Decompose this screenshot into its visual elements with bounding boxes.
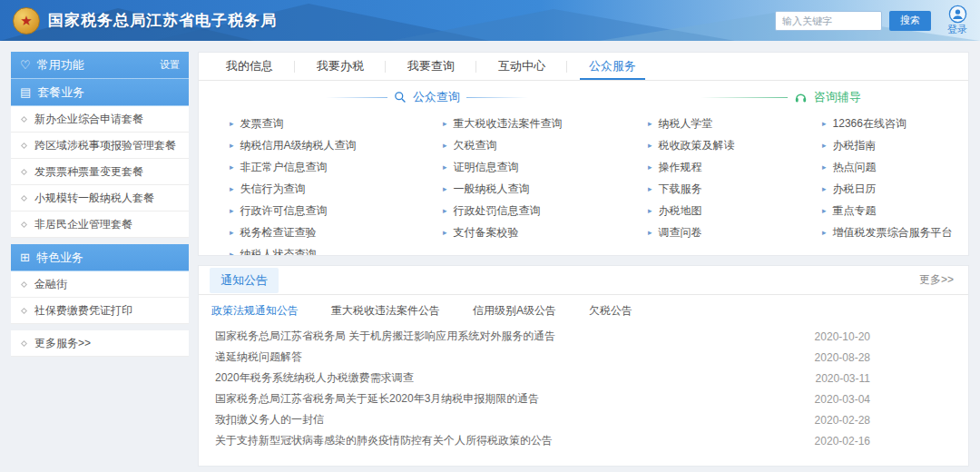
links-grid: ▸发票查询 ▸纳税信用A级纳税人查询 ▸非正常户信息查询 ▸失信行为查询 ▸行政… — [199, 109, 968, 256]
magnifier-icon — [394, 91, 407, 103]
public-query-header: 公众查询 — [326, 89, 528, 105]
login-link[interactable]: 登录 — [947, 23, 967, 36]
notice-tab-credit-a[interactable]: 信用级别A级公告 — [473, 303, 556, 319]
sidebar-header-common-functions[interactable]: ♡ 常用功能 设置 — [11, 52, 189, 79]
sidebar-item-invoice-change[interactable]: 发票票种票量变更套餐 — [11, 159, 189, 185]
sidebar-item-label: 发票票种票量变更套餐 — [34, 164, 143, 180]
link-inspection-cert[interactable]: ▸税务检查证查验 — [230, 221, 443, 243]
tab-handle-tax[interactable]: 我要办税 — [295, 53, 386, 80]
sidebar-item-finance-street[interactable]: 金融街 — [11, 271, 189, 298]
brand: ★ 国家税务总局江苏省电子税务局 — [13, 7, 277, 34]
link-payment-record[interactable]: ▸支付备案校验 — [443, 221, 648, 243]
search-input[interactable] — [775, 11, 882, 31]
notice-row[interactable]: 致扣缴义务人的一封信 2020-02-28 — [215, 409, 954, 430]
headset-icon — [794, 91, 808, 104]
grid-icon: ⊞ — [20, 251, 30, 263]
notice-item-date: 2020-02-16 — [815, 435, 870, 447]
sidebar-item-more-services[interactable]: 更多服务>> — [11, 330, 189, 357]
link-tax-map[interactable]: ▸办税地图 — [648, 200, 822, 221]
notice-item-date: 2020-08-28 — [815, 351, 870, 364]
link-taxpayer-status[interactable]: ▸纳税人状态查询 — [230, 243, 443, 256]
link-taxpayer-school[interactable]: ▸纳税人学堂 — [648, 113, 822, 134]
arrow-icon: ▸ — [822, 207, 827, 215]
link-tax-guide[interactable]: ▸办税指南 — [822, 134, 968, 156]
page: ★ 国家税务总局江苏省电子税务局 搜索 登录 ♡ 常用功能 设置 — [0, 0, 980, 472]
sidebar-header-label: 套餐业务 — [37, 84, 84, 101]
tab-query[interactable]: 我要查询 — [386, 53, 476, 80]
link-survey[interactable]: ▸调查问卷 — [648, 221, 822, 243]
sidebar-item-cross-region[interactable]: 跨区域涉税事项报验管理套餐 — [11, 133, 189, 159]
link-hot-issues[interactable]: ▸热点问题 — [822, 156, 968, 178]
sidebar-item-small-scale[interactable]: 小规模转一般纳税人套餐 — [11, 185, 189, 211]
notice-row[interactable]: 国家税务总局江苏省税务局 关于机房搬迁影响应用系统对外服务的通告 2020-10… — [215, 326, 954, 347]
link-12366-online[interactable]: ▸12366在线咨询 — [822, 113, 968, 134]
settings-link[interactable]: 设置 — [160, 58, 180, 72]
link-label: 增值税发票综合服务平台 — [833, 225, 953, 241]
notice-title-tab[interactable]: 通知公告 — [210, 268, 279, 293]
arrow-icon: ▸ — [822, 229, 827, 237]
sidebar-item-label: 非居民企业管理套餐 — [34, 217, 132, 232]
link-label: 欠税查询 — [454, 138, 497, 153]
link-key-topics[interactable]: ▸重点专题 — [822, 200, 968, 221]
link-abnormal-account[interactable]: ▸非正常户信息查询 — [230, 156, 443, 178]
arrow-icon: ▸ — [230, 185, 234, 193]
notice-more-link[interactable]: 更多>> — [919, 272, 954, 288]
query-column-3: ▸纳税人学堂 ▸税收政策及解读 ▸操作规程 ▸下载服务 ▸办税地图 ▸调查问卷 — [648, 113, 822, 256]
notice-item-title: 递延纳税问题解答 — [215, 349, 302, 365]
link-major-violation[interactable]: ▸重大税收违法案件查询 — [443, 113, 648, 134]
link-dishonesty-query[interactable]: ▸失信行为查询 — [230, 178, 443, 200]
sidebar-item-nonresident[interactable]: 非居民企业管理套餐 — [11, 211, 189, 238]
notice-row[interactable]: 关于支持新型冠状病毒感染的肺炎疫情防控有关个人所得税政策的公告 2020-02-… — [215, 430, 954, 451]
notice-item-title: 国家税务总局江苏省税务局关于延长2020年3月纳税申报期限的通告 — [215, 391, 539, 407]
sidebar-header-packages[interactable]: ▤ 套餐业务 — [11, 79, 189, 106]
link-credit-a-query[interactable]: ▸纳税信用A级纳税人查询 — [230, 134, 443, 156]
heart-icon: ♡ — [20, 59, 31, 71]
sidebar-item-new-enterprise[interactable]: 新办企业综合申请套餐 — [11, 106, 189, 133]
arrow-icon: ▸ — [822, 163, 827, 172]
sidebar-item-social-insurance[interactable]: 社保费缴费凭证打印 — [11, 298, 189, 324]
notice-list: 国家税务总局江苏省税务局 关于机房搬迁影响应用系统对外服务的通告 2020-10… — [199, 322, 968, 451]
link-certificate-info[interactable]: ▸证明信息查询 — [443, 156, 648, 178]
arrow-icon: ▸ — [822, 120, 827, 128]
national-emblem-icon: ★ — [13, 7, 40, 34]
diamond-bullet-icon — [21, 221, 27, 227]
notice-row[interactable]: 国家税务总局江苏省税务局关于延长2020年3月纳税申报期限的通告 2020-03… — [215, 388, 954, 409]
tab-interaction[interactable]: 互动中心 — [476, 53, 567, 80]
public-query-title: 公众查询 — [413, 89, 460, 105]
diamond-bullet-icon — [21, 280, 27, 287]
link-policy-interpretation[interactable]: ▸税收政策及解读 — [648, 134, 822, 156]
arrow-icon: ▸ — [230, 251, 234, 257]
notice-tab-arrears[interactable]: 欠税公告 — [589, 303, 632, 319]
link-admin-penalty[interactable]: ▸行政处罚信息查询 — [443, 200, 648, 221]
link-label: 支付备案校验 — [454, 225, 519, 241]
link-label: 非正常户信息查询 — [240, 160, 328, 175]
arrow-icon: ▸ — [443, 229, 447, 237]
sidebar-item-label: 新办企业综合申请套餐 — [34, 112, 143, 127]
tab-public-services[interactable]: 公众服务 — [567, 53, 658, 80]
tab-my-info[interactable]: 我的信息 — [204, 53, 295, 80]
sidebar-item-label: 金融街 — [34, 277, 67, 292]
sidebar-header-special[interactable]: ⊞ 特色业务 — [11, 244, 189, 271]
link-invoice-query[interactable]: ▸发票查询 — [230, 113, 443, 134]
link-vat-invoice-platform[interactable]: ▸增值税发票综合服务平台 — [822, 221, 968, 243]
notice-item-title: 致扣缴义务人的一封信 — [215, 412, 324, 428]
notice-tab-policy[interactable]: 政策法规通知公告 — [211, 303, 299, 319]
diamond-bullet-icon — [21, 168, 27, 174]
divider-line — [466, 97, 528, 98]
link-procedures[interactable]: ▸操作规程 — [648, 156, 822, 178]
link-tax-arrears[interactable]: ▸欠税查询 — [443, 134, 648, 156]
arrow-icon: ▸ — [230, 229, 234, 237]
notice-row[interactable]: 递延纳税问题解答 2020-08-28 — [215, 347, 954, 368]
notice-row[interactable]: 2020年税务系统纳税人办税缴费需求调查 2020-03-11 — [215, 368, 954, 388]
link-label: 一般纳税人查询 — [454, 182, 530, 197]
main-tabs: 我的信息 我要办税 我要查询 互动中心 公众服务 — [199, 53, 968, 81]
user-box: 登录 — [947, 5, 967, 36]
link-downloads[interactable]: ▸下载服务 — [648, 178, 822, 200]
arrow-icon: ▸ — [230, 142, 234, 150]
link-tax-calendar[interactable]: ▸办税日历 — [822, 178, 968, 200]
link-admin-license[interactable]: ▸行政许可信息查询 — [230, 200, 443, 221]
link-general-taxpayer[interactable]: ▸一般纳税人查询 — [443, 178, 648, 200]
search-button[interactable]: 搜索 — [889, 11, 931, 31]
notice-tab-violation[interactable]: 重大税收违法案件公告 — [331, 303, 440, 319]
user-icon[interactable] — [948, 5, 967, 24]
